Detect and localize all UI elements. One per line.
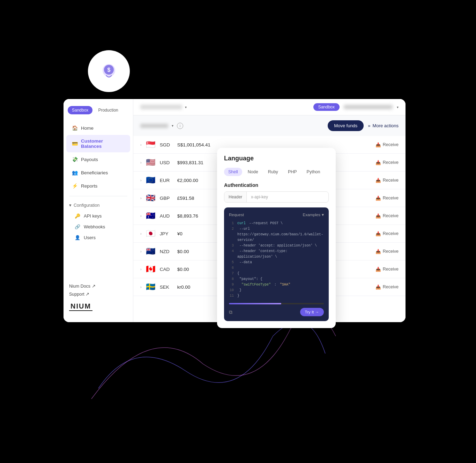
lang-tab-python[interactable]: Python [303,168,325,176]
people-icon: 👥 [72,170,77,175]
currency-code: USD [160,160,177,165]
row-chevron: › [140,249,142,253]
svg-text:$: $ [107,67,111,73]
code-request-label: Request [229,213,244,217]
receive-label: Receive [383,142,399,147]
payout-icon: 💸 [72,157,77,162]
receive-button[interactable]: 📥 Receive [375,160,399,165]
auth-header-input[interactable]: x-api-key [247,192,328,202]
top-bar: ▾ Sandbox ▾ [133,99,406,115]
code-progress-fill [229,303,281,304]
sidebar-item-webhooks[interactable]: 🔗 Webhooks [64,221,133,232]
lang-tab-php[interactable]: PHP [284,168,301,176]
support-label: Support ↗ [69,291,89,297]
sidebar-item-beneficiaries-label: Beneficiaries [81,170,108,175]
sidebar-item-beneficiaries[interactable]: 👥 Beneficiaries [66,166,130,179]
user-dropdown-icon[interactable]: ▾ [397,105,399,109]
receive-button[interactable]: 📥 Receive [375,142,399,147]
sidebar: Sandbox Production 🏠 Home 💳 Customer Bal… [64,99,133,322]
move-funds-button[interactable]: Move funds [328,120,364,131]
receive-button[interactable]: 📥 Receive [375,178,399,183]
examples-button[interactable]: Examples ▾ [303,212,324,217]
row-chevron: › [140,178,142,182]
wallet-icon: 💳 [72,141,77,146]
more-icon: » [368,123,370,128]
flag-icon: 🇬🇧 [146,193,156,203]
receive-button[interactable]: 📥 Receive [375,284,399,290]
currency-code: SEK [160,284,177,290]
receive-icon: 📥 [375,249,381,254]
lang-tab-shell[interactable]: Shell [224,168,242,176]
copy-button[interactable]: ⧉ [229,309,232,315]
currency-amount: S$1,001,054.41 [177,142,375,147]
sidebar-item-reports-label: Reports [81,183,97,189]
account-dropdown-icon[interactable]: ▾ [185,105,187,109]
lang-tab-ruby[interactable]: Ruby [264,168,282,176]
sidebar-item-api-keys[interactable]: 🔑 API keys [64,211,133,221]
receive-label: Receive [383,284,399,289]
currency-code: AUD [160,213,177,219]
more-actions-button[interactable]: » More actions [368,123,399,128]
env-toggle: Sandbox Production [68,106,129,114]
receive-button[interactable]: 📥 Receive [375,249,399,254]
webhook-icon: 🔗 [75,224,80,229]
row-chevron: › [140,285,142,289]
receive-icon: 📥 [375,267,381,272]
examples-chevron: ▾ [322,212,324,217]
currency-code: NZD [160,249,177,254]
currency-code: JPY [160,231,177,236]
receive-label: Receive [383,231,399,236]
try-it-button[interactable]: Try It → [300,308,324,316]
code-block-header: Request Examples ▾ [229,212,324,217]
content-header-actions: Move funds » More actions [328,120,399,131]
production-env-button[interactable]: Production [94,106,122,114]
auth-section-title: Authentication [224,182,329,188]
receive-button[interactable]: 📥 Receive [375,196,399,201]
config-section[interactable]: ▾ Configuration [64,200,133,211]
flag-icon: 🇳🇿 [146,247,156,256]
receive-button[interactable]: 📥 Receive [375,267,399,272]
flag-icon: 🇸🇪 [146,282,156,291]
support-link[interactable]: Support ↗ [69,290,127,298]
lang-tab-node[interactable]: Node [244,168,262,176]
api-keys-label: API keys [84,213,102,219]
reports-icon: ⚡ [72,183,77,189]
key-icon: 🔑 [75,213,80,219]
docs-link[interactable]: Nium Docs ↗ [69,282,127,290]
sidebar-item-reports[interactable]: ⚡ Reports [66,180,130,192]
sandbox-badge: Sandbox [313,103,340,111]
receive-icon: 📥 [375,178,381,183]
sidebar-item-home[interactable]: 🏠 Home [66,122,130,134]
receive-label: Receive [383,249,399,254]
receive-icon: 📥 [375,196,381,201]
panel-title: Language [224,155,329,162]
receive-button[interactable]: 📥 Receive [375,213,399,219]
content-header: ▾ i Move funds » More actions [133,115,406,136]
info-icon[interactable]: i [177,123,183,129]
sidebar-item-customer-balances[interactable]: 💳 Customer Balances [66,135,130,152]
row-chevron: › [140,267,142,271]
language-tabs: Shell Node Ruby PHP Python [224,168,329,176]
examples-label: Examples [303,213,321,217]
receive-icon: 📥 [375,213,381,219]
webhooks-label: Webhooks [84,224,105,229]
receive-label: Receive [383,213,399,218]
auth-field: Header x-api-key [224,191,329,203]
config-label: Configuration [74,203,99,208]
sandbox-env-button[interactable]: Sandbox [68,106,92,114]
sidebar-item-payouts[interactable]: 💸 Payouts [66,153,130,166]
account-id-blurred [140,105,182,109]
code-footer: ⧉ Try It → [229,308,324,316]
receive-button[interactable]: 📥 Receive [375,231,399,236]
currency-code: GBP [160,196,177,201]
language-panel: Language Shell Node Ruby PHP Python Auth… [217,148,336,328]
flag-icon: 🇦🇺 [146,211,156,220]
wallet-id-blurred [140,124,168,128]
wallet-dropdown-icon[interactable]: ▾ [172,124,173,128]
auth-header-label: Header [224,192,247,202]
receive-label: Receive [383,160,399,165]
receive-icon: 📥 [375,231,381,236]
code-block: Request Examples ▾ 1curl --request POST … [224,207,329,321]
receive-label: Receive [383,178,399,183]
sidebar-item-users[interactable]: 👤 Users [64,232,133,243]
